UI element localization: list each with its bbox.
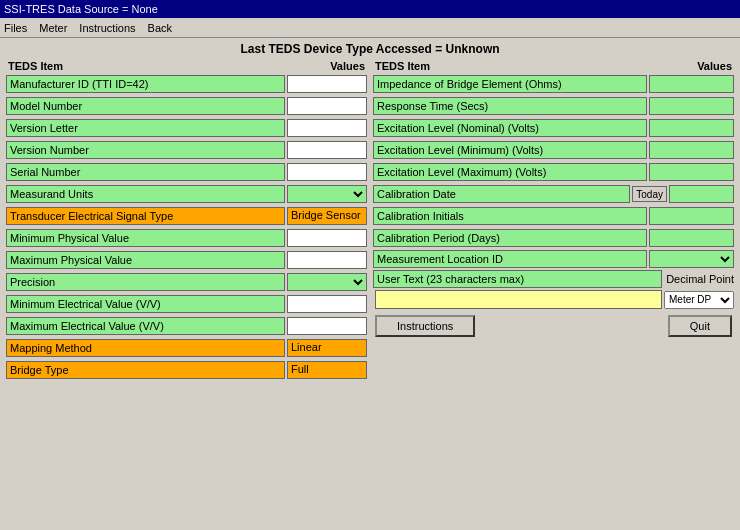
response-time-label: Response Time (Secs) <box>373 97 647 115</box>
version-number-value[interactable] <box>287 141 367 159</box>
measurement-location-label: Measurement Location ID <box>373 250 647 268</box>
table-row: Serial Number <box>6 162 367 182</box>
table-row: Response Time (Secs) <box>373 96 734 116</box>
bridge-type-label: Bridge Type <box>6 361 285 379</box>
version-letter-value[interactable] <box>287 119 367 137</box>
left-column: TEDS Item Values Manufacturer ID (TTI ID… <box>6 60 367 382</box>
user-text-input[interactable] <box>375 290 662 309</box>
right-column: TEDS Item Values Impedance of Bridge Ele… <box>373 60 734 382</box>
calibration-period-value[interactable] <box>649 229 734 247</box>
table-row: Minimum Electrical Value (V/V) <box>6 294 367 314</box>
max-electrical-label: Maximum Electrical Value (V/V) <box>6 317 285 335</box>
measurand-units-select[interactable] <box>287 185 367 203</box>
user-text-row: User Text (23 characters max) Decimal Po… <box>373 270 734 288</box>
table-row: Minimum Physical Value <box>6 228 367 248</box>
menu-bar: Files Meter Instructions Back <box>0 18 740 38</box>
table-row: Excitation Level (Maximum) (Volts) <box>373 162 734 182</box>
table-row: Bridge Type Full <box>6 360 367 380</box>
title-text: SSI-TRES Data Source = None <box>4 3 158 15</box>
calibration-initials-label: Calibration Initials <box>373 207 647 225</box>
min-physical-label: Minimum Physical Value <box>6 229 285 247</box>
calibration-date-label: Calibration Date <box>373 185 630 203</box>
max-physical-label: Maximum Physical Value <box>6 251 285 269</box>
transducer-signal-label: Transducer Electrical Signal Type <box>6 207 285 225</box>
table-row: Mapping Method Linear <box>6 338 367 358</box>
mapping-method-label: Mapping Method <box>6 339 285 357</box>
version-letter-label: Version Letter <box>6 119 285 137</box>
meter-dp-select[interactable]: Meter DP <box>664 291 734 309</box>
right-values-header: Values <box>697 60 732 72</box>
version-number-label: Version Number <box>6 141 285 159</box>
user-text-label: User Text (23 characters max) <box>373 270 662 288</box>
transducer-signal-value: Bridge Sensor <box>287 207 367 225</box>
table-row: Calibration Date Today <box>373 184 734 204</box>
impedance-label: Impedance of Bridge Element (Ohms) <box>373 75 647 93</box>
model-number-label: Model Number <box>6 97 285 115</box>
excitation-minimum-value[interactable] <box>649 141 734 159</box>
manufacturer-id-label: Manufacturer ID (TTI ID=42) <box>6 75 285 93</box>
table-row: Manufacturer ID (TTI ID=42) <box>6 74 367 94</box>
table-row: Precision <box>6 272 367 292</box>
excitation-nominal-label: Excitation Level (Nominal) (Volts) <box>373 119 647 137</box>
precision-select[interactable] <box>287 273 367 291</box>
left-teds-header: TEDS Item <box>8 60 63 72</box>
table-row: Measurand Units <box>6 184 367 204</box>
manufacturer-id-value[interactable] <box>287 75 367 93</box>
table-row: Transducer Electrical Signal Type Bridge… <box>6 206 367 226</box>
calibration-initials-value[interactable] <box>649 207 734 225</box>
measurand-units-label: Measurand Units <box>6 185 285 203</box>
excitation-nominal-value[interactable] <box>649 119 734 137</box>
decimal-point-label: Decimal Point <box>666 273 734 285</box>
table-row: Measurement Location ID <box>373 250 734 268</box>
mapping-method-value: Linear <box>287 339 367 357</box>
excitation-maximum-label: Excitation Level (Maximum) (Volts) <box>373 163 647 181</box>
min-electrical-value[interactable] <box>287 295 367 313</box>
min-physical-value[interactable] <box>287 229 367 247</box>
serial-number-label: Serial Number <box>6 163 285 181</box>
serial-number-value[interactable] <box>287 163 367 181</box>
menu-files[interactable]: Files <box>4 22 27 34</box>
menu-back[interactable]: Back <box>148 22 172 34</box>
table-row: Model Number <box>6 96 367 116</box>
min-electrical-label: Minimum Electrical Value (V/V) <box>6 295 285 313</box>
quit-button[interactable]: Quit <box>668 315 732 337</box>
left-values-header: Values <box>330 60 365 72</box>
excitation-minimum-label: Excitation Level (Minimum) (Volts) <box>373 141 647 159</box>
table-row: Excitation Level (Nominal) (Volts) <box>373 118 734 138</box>
table-row: Version Number <box>6 140 367 160</box>
excitation-maximum-value[interactable] <box>649 163 734 181</box>
user-text-input-row: Meter DP <box>373 290 734 309</box>
table-row: Maximum Electrical Value (V/V) <box>6 316 367 336</box>
table-row: Version Letter <box>6 118 367 138</box>
buttons-row: Instructions Quit <box>373 315 734 337</box>
header-title: Last TEDS Device Type Accessed = Unknown <box>6 42 734 56</box>
right-teds-header: TEDS Item <box>375 60 430 72</box>
table-row: Calibration Period (Days) <box>373 228 734 248</box>
max-physical-value[interactable] <box>287 251 367 269</box>
table-row: Calibration Initials <box>373 206 734 226</box>
table-row: Excitation Level (Minimum) (Volts) <box>373 140 734 160</box>
response-time-value[interactable] <box>649 97 734 115</box>
impedance-value[interactable] <box>649 75 734 93</box>
table-row: Impedance of Bridge Element (Ohms) <box>373 74 734 94</box>
today-button[interactable]: Today <box>632 186 667 202</box>
model-number-value[interactable] <box>287 97 367 115</box>
menu-meter[interactable]: Meter <box>39 22 67 34</box>
measurement-location-select[interactable] <box>649 250 734 268</box>
menu-instructions[interactable]: Instructions <box>79 22 135 34</box>
precision-label: Precision <box>6 273 285 291</box>
table-row: Maximum Physical Value <box>6 250 367 270</box>
max-electrical-value[interactable] <box>287 317 367 335</box>
instructions-button[interactable]: Instructions <box>375 315 475 337</box>
bridge-type-value: Full <box>287 361 367 379</box>
calibration-period-label: Calibration Period (Days) <box>373 229 647 247</box>
title-bar: SSI-TRES Data Source = None <box>0 0 740 18</box>
calibration-date-value[interactable] <box>669 185 734 203</box>
